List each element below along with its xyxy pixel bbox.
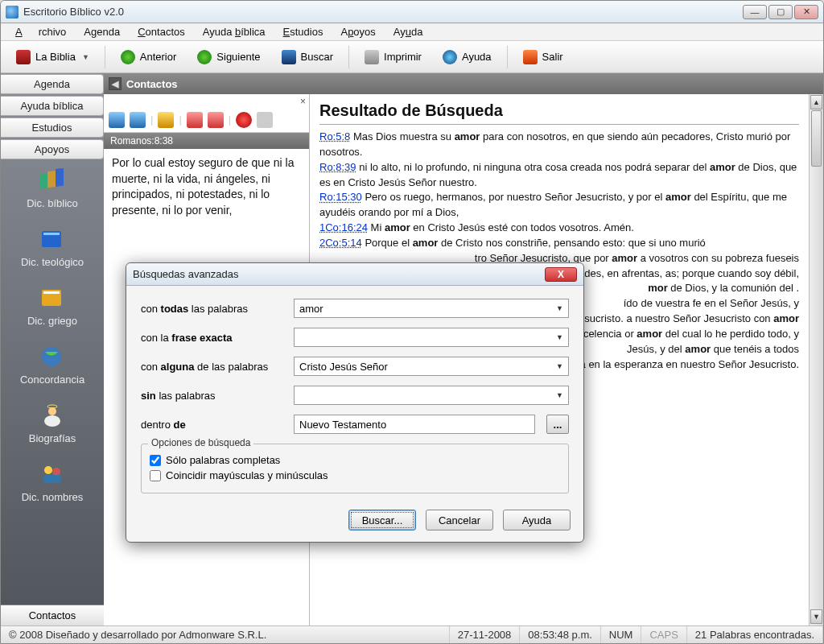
input-alguna[interactable]: Cristo Jesús Señor▼ (294, 357, 569, 376)
label-sin: sin las palabras (141, 390, 286, 402)
label-dentro: dentro de (141, 419, 286, 431)
chevron-down-icon: ▼ (556, 304, 563, 312)
checkbox-case-input[interactable] (150, 470, 161, 481)
search-options-fieldset: Opciones de búsqueda Sólo palabras compl… (141, 444, 569, 493)
chevron-down-icon: ▼ (556, 391, 563, 399)
input-todas[interactable]: amor▼ (294, 299, 569, 318)
chevron-down-icon: ▼ (556, 362, 563, 370)
checkbox-whole-words-input[interactable] (150, 455, 161, 466)
ayuda-dialog-button[interactable]: Ayuda (503, 510, 571, 530)
label-frase: con la frase exacta (141, 332, 286, 344)
buscar-dialog-button[interactable]: Buscar... (348, 510, 416, 530)
label-alguna: con alguna de las palabras (141, 361, 286, 373)
browse-button[interactable]: ... (546, 415, 569, 434)
dialog-close-button[interactable]: X (545, 267, 577, 282)
checkbox-case[interactable]: Coincidir mayúsculas y minúsculas (150, 469, 560, 481)
options-legend: Opciones de búsqueda (148, 437, 253, 448)
modal-overlay: Búsquedas avanzadas X con todas las pala… (0, 0, 824, 644)
chevron-down-icon: ▼ (556, 333, 563, 341)
cancelar-button[interactable]: Cancelar (426, 510, 493, 530)
label-todas: con todas las palabras (141, 303, 286, 315)
input-sin[interactable]: ▼ (294, 386, 569, 405)
checkbox-whole-words[interactable]: Sólo palabras completas (150, 454, 560, 466)
dialog-titlebar[interactable]: Búsquedas avanzadas X (126, 263, 583, 286)
dialog-title: Búsquedas avanzadas (133, 268, 545, 280)
input-dentro[interactable]: Nuevo Testamento (294, 415, 535, 434)
input-frase[interactable]: ▼ (294, 328, 569, 347)
advanced-search-dialog: Búsquedas avanzadas X con todas las pala… (126, 262, 584, 543)
